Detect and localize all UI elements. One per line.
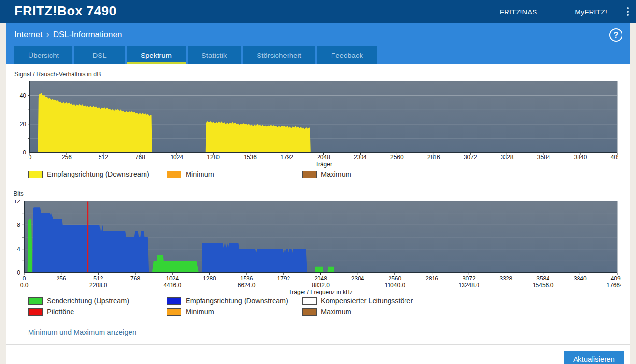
svg-text:768: 768 <box>135 154 145 161</box>
svg-text:512: 512 <box>99 154 108 161</box>
bits-legend: Senderichtung (Upstream) Empfangsrichtun… <box>28 296 413 316</box>
svg-text:4096: 4096 <box>611 275 621 282</box>
svg-text:1792: 1792 <box>277 275 290 282</box>
svg-text:512: 512 <box>93 275 103 282</box>
svg-text:2304: 2304 <box>354 154 367 161</box>
svg-text:0: 0 <box>23 149 26 156</box>
app-title: FRITZ!Box 7490 <box>14 4 116 19</box>
legend-item: Empfangsrichtung (Downstream) <box>167 296 302 305</box>
top-bar: FRITZ!Box 7490 FRITZ!NAS MyFRITZ! <box>0 0 636 23</box>
svg-text:13248.0: 13248.0 <box>459 282 480 289</box>
svg-text:1536: 1536 <box>244 154 257 161</box>
svg-text:17664.0: 17664.0 <box>607 282 621 289</box>
tab-feedback[interactable]: Feedback <box>317 46 377 64</box>
legend-item: Maximum <box>302 170 351 179</box>
legend-item: Maximum <box>302 308 413 316</box>
nav-myfritz[interactable]: MyFRITZ! <box>575 8 607 16</box>
svg-text:0: 0 <box>17 269 20 276</box>
tab-dsl[interactable]: DSL <box>74 46 125 64</box>
svg-text:3584: 3584 <box>536 275 549 282</box>
svg-text:1536: 1536 <box>240 275 253 282</box>
svg-text:4096: 4096 <box>611 154 618 161</box>
svg-text:40: 40 <box>20 92 27 99</box>
bits-chart: 0256512768102412801536179220482304256028… <box>2 200 621 290</box>
svg-text:2048: 2048 <box>314 275 327 282</box>
nav-fritznas[interactable]: FRITZ!NAS <box>500 8 537 16</box>
svg-text:256: 256 <box>62 154 72 161</box>
tab-bar: Übersicht DSL Spektrum Statistik Störsic… <box>14 46 377 64</box>
legend-item: Minimum <box>167 308 302 316</box>
svg-text:1792: 1792 <box>280 154 293 161</box>
svg-text:3584: 3584 <box>537 154 550 161</box>
compensated-disturber-swatch <box>302 297 317 305</box>
svg-text:15456.0: 15456.0 <box>533 282 554 289</box>
svg-text:3328: 3328 <box>501 154 514 161</box>
help-icon[interactable]: ? <box>609 28 622 42</box>
bits-xaxis-label: Träger / Frequenz in kHz <box>24 289 617 295</box>
maximum-swatch <box>302 308 317 316</box>
svg-text:4416.0: 4416.0 <box>163 282 181 289</box>
tab-uebersicht[interactable]: Übersicht <box>14 46 72 64</box>
svg-text:0: 0 <box>23 275 26 282</box>
svg-text:2304: 2304 <box>351 275 364 282</box>
breadcrumb: Internet › DSL-Informationen <box>14 29 122 40</box>
overflow-menu-icon[interactable] <box>623 6 632 17</box>
svg-text:256: 256 <box>57 275 66 282</box>
svg-text:3328: 3328 <box>500 275 513 282</box>
chevron-right-icon: › <box>46 29 49 40</box>
svg-text:11040.0: 11040.0 <box>385 282 405 289</box>
svg-text:2560: 2560 <box>389 275 402 282</box>
show-min-max-link[interactable]: Minimum und Maximum anzeigen <box>28 328 136 336</box>
downstream-swatch <box>167 297 181 305</box>
tab-spektrum[interactable]: Spektrum <box>127 46 186 64</box>
minimum-swatch <box>167 308 181 316</box>
downstream-swatch <box>28 171 43 178</box>
svg-text:8: 8 <box>17 222 20 228</box>
svg-text:2048: 2048 <box>317 154 330 161</box>
legend-item: Senderichtung (Upstream) <box>28 296 167 305</box>
svg-text:768: 768 <box>130 275 140 282</box>
pilot-tones-swatch <box>28 308 43 316</box>
legend-item: Pilottöne <box>28 308 167 316</box>
snr-chart-title: Signal / Rausch-Verhältnis in dB <box>14 71 101 78</box>
upstream-swatch <box>28 297 43 305</box>
top-nav: FRITZ!NAS MyFRITZ! <box>500 0 607 23</box>
svg-text:3840: 3840 <box>574 154 587 161</box>
svg-text:1280: 1280 <box>203 275 216 282</box>
refresh-button[interactable]: Aktualisieren <box>564 351 624 364</box>
svg-text:2816: 2816 <box>427 154 440 161</box>
svg-text:2560: 2560 <box>390 154 404 161</box>
legend-item: Empfangsrichtung (Downstream) <box>28 170 167 179</box>
sub-header: Internet › DSL-Informationen ? Übersicht… <box>6 23 630 64</box>
svg-text:1280: 1280 <box>207 154 220 161</box>
bits-axis-title: Bits <box>14 190 24 197</box>
svg-text:2816: 2816 <box>425 275 438 282</box>
svg-text:6624.0: 6624.0 <box>238 282 256 289</box>
legend-item: Minimum <box>167 170 302 179</box>
legend-item: Kompensierter Leitungsstörer <box>302 296 413 305</box>
maximum-swatch <box>302 171 317 178</box>
minimum-swatch <box>167 171 181 178</box>
svg-text:8832.0: 8832.0 <box>312 282 330 289</box>
svg-text:0.0: 0.0 <box>20 282 29 289</box>
svg-text:3072: 3072 <box>464 154 477 161</box>
breadcrumb-internet[interactable]: Internet <box>14 30 43 40</box>
svg-text:12: 12 <box>14 200 21 205</box>
svg-text:1024: 1024 <box>170 154 183 161</box>
breadcrumb-page: DSL-Informationen <box>53 30 122 40</box>
svg-text:1024: 1024 <box>166 275 179 282</box>
svg-text:4: 4 <box>17 246 20 252</box>
svg-text:3840: 3840 <box>574 275 587 282</box>
svg-text:3072: 3072 <box>463 275 476 282</box>
svg-text:0: 0 <box>29 154 32 161</box>
footer-divider <box>6 344 630 345</box>
snr-chart: 0256512768102412801536179220482304256028… <box>8 80 618 164</box>
snr-xaxis-label: Träger <box>30 161 617 168</box>
tab-stoersicherheit[interactable]: Störsicherheit <box>243 46 315 64</box>
tab-statistik[interactable]: Statistik <box>188 46 241 64</box>
snr-legend: Empfangsrichtung (Downstream) Minimum Ma… <box>28 170 351 179</box>
svg-text:2208.0: 2208.0 <box>89 282 107 289</box>
svg-text:20: 20 <box>20 121 27 127</box>
